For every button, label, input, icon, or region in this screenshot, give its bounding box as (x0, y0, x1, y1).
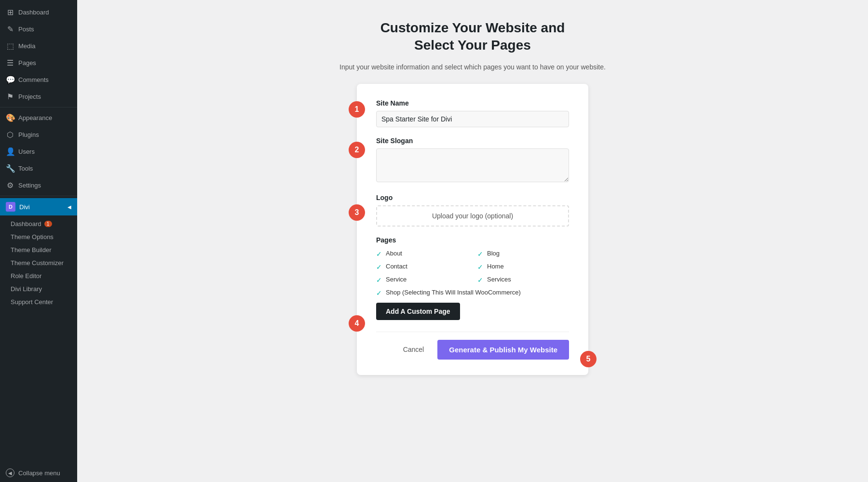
page-item-contact[interactable]: ✓ Contact (376, 263, 468, 271)
dashboard-icon: ⊞ (6, 8, 14, 17)
step-1-circle: 1 (349, 101, 365, 118)
comments-icon: 💬 (6, 75, 14, 84)
card-footer: Cancel Generate & Publish My Website (376, 332, 569, 360)
dashboard-badge: 1 (44, 221, 52, 227)
page-item-about[interactable]: ✓ About (376, 250, 468, 258)
settings-icon: ⚙ (6, 181, 14, 190)
page-item-home[interactable]: ✓ Home (477, 263, 569, 271)
site-name-label: Site Name (376, 99, 569, 107)
page-title: Customize Your Website and Select Your P… (380, 19, 565, 54)
page-heading: Customize Your Website and Select Your P… (380, 19, 565, 54)
submenu-item-divi-dashboard[interactable]: Dashboard 1 (0, 217, 77, 230)
plugins-icon: ⬡ (6, 130, 14, 139)
site-slogan-input[interactable] (376, 148, 569, 182)
check-icon-contact: ✓ (376, 263, 382, 271)
pages-section: Pages ✓ About ✓ Blog ✓ Contact ✓ Home (376, 236, 569, 324)
main-content: Customize Your Website and Select Your P… (77, 0, 868, 482)
appearance-icon: 🎨 (6, 113, 14, 122)
sidebar-item-users[interactable]: 👤 Users (0, 143, 77, 160)
posts-icon: ✎ (6, 25, 14, 34)
submenu-item-theme-options[interactable]: Theme Options (0, 230, 77, 243)
sidebar: ⊞ Dashboard ✎ Posts ⬚ Media ☰ Pages 💬 Co… (0, 0, 77, 482)
tools-icon: 🔧 (6, 164, 14, 173)
divi-arrow-icon: ◀ (68, 204, 71, 210)
add-custom-page-button[interactable]: Add A Custom Page (376, 303, 460, 320)
step-3-circle: 3 (349, 204, 365, 221)
check-icon-home: ✓ (477, 263, 483, 271)
sidebar-item-plugins[interactable]: ⬡ Plugins (0, 126, 77, 143)
sidebar-item-divi[interactable]: D Divi ◀ (0, 198, 77, 215)
pages-grid: ✓ About ✓ Blog ✓ Contact ✓ Home ✓ Serv (376, 250, 569, 297)
check-icon-service: ✓ (376, 276, 382, 284)
submenu-item-divi-library[interactable]: Divi Library (0, 282, 77, 295)
step-5-circle: 5 (580, 351, 597, 367)
submenu-item-role-editor[interactable]: Role Editor (0, 269, 77, 282)
check-icon-blog: ✓ (477, 250, 483, 258)
logo-field-group: Logo Upload your logo (optional) (376, 194, 569, 227)
check-icon-services: ✓ (477, 276, 483, 284)
pages-label: Pages (376, 236, 569, 244)
cancel-button[interactable]: Cancel (397, 342, 430, 357)
site-slogan-label: Site Slogan (376, 137, 569, 145)
page-item-blog[interactable]: ✓ Blog (477, 250, 569, 258)
sidebar-item-comments[interactable]: 💬 Comments (0, 71, 77, 88)
logo-upload-area[interactable]: Upload your logo (optional) (376, 205, 569, 227)
site-name-input[interactable] (376, 111, 569, 127)
submenu-item-theme-builder[interactable]: Theme Builder (0, 243, 77, 256)
media-icon: ⬚ (6, 41, 14, 51)
collapse-icon: ◀ (6, 469, 14, 477)
sidebar-item-projects[interactable]: ⚑ Projects (0, 88, 77, 105)
users-icon: 👤 (6, 147, 14, 156)
sidebar-item-posts[interactable]: ✎ Posts (0, 21, 77, 38)
check-icon-about: ✓ (376, 250, 382, 258)
page-item-services[interactable]: ✓ Services (477, 276, 569, 284)
check-icon-shop: ✓ (376, 289, 382, 297)
page-item-shop[interactable]: ✓ Shop (Selecting This Will Install WooC… (376, 289, 569, 297)
page-subtitle: Input your website information and selec… (339, 62, 606, 72)
submenu-item-support-center[interactable]: Support Center (0, 295, 77, 308)
sidebar-item-appearance[interactable]: 🎨 Appearance (0, 109, 77, 126)
sidebar-item-media[interactable]: ⬚ Media (0, 38, 77, 54)
sidebar-item-settings[interactable]: ⚙ Settings (0, 177, 77, 194)
submenu-item-theme-customizer[interactable]: Theme Customizer (0, 256, 77, 269)
step-2-circle: 2 (349, 142, 365, 158)
sidebar-item-dashboard[interactable]: ⊞ Dashboard (0, 4, 77, 21)
sidebar-item-tools[interactable]: 🔧 Tools (0, 160, 77, 177)
form-card: 1 2 3 4 5 Site Name Site Slogan (357, 84, 588, 375)
publish-button[interactable]: Generate & Publish My Website (437, 340, 569, 360)
divi-icon: D (6, 202, 15, 212)
site-slogan-field-group: Site Slogan (376, 137, 569, 184)
projects-icon: ⚑ (6, 92, 14, 101)
pages-icon: ☰ (6, 58, 14, 67)
sidebar-item-pages[interactable]: ☰ Pages (0, 54, 77, 71)
site-name-field-group: Site Name (376, 99, 569, 127)
divi-submenu: Dashboard 1 Theme Options Theme Builder … (0, 215, 77, 310)
collapse-menu-button[interactable]: ◀ Collapse menu (0, 464, 77, 482)
step-4-circle: 4 (349, 315, 365, 332)
page-item-service[interactable]: ✓ Service (376, 276, 468, 284)
logo-label: Logo (376, 194, 569, 201)
